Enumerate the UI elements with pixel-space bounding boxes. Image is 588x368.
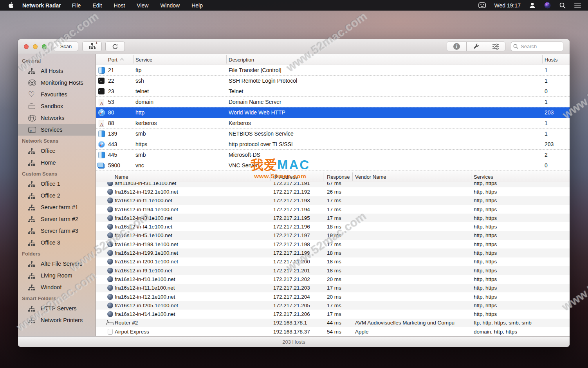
hosts-table-row[interactable]: Airpot Express 192.168.178.37 54 ms Appl… <box>96 327 570 336</box>
hosts-table-row[interactable]: fra16s12-in-f12.1e100.net 172.217.21.204… <box>96 292 570 301</box>
sidebar-item[interactable]: Office 2 <box>18 190 96 201</box>
hosts-table-row[interactable]: fra16s12-in-f4.1e100.net 172.217.21.196 … <box>96 222 570 231</box>
filter-button[interactable] <box>486 42 505 51</box>
column-header-description[interactable]: Description <box>229 54 254 65</box>
column-header-port[interactable]: Port <box>108 54 123 65</box>
hosts-table-row[interactable]: fra16s12-in-f9.1e100.net 172.217.21.201 … <box>96 266 570 275</box>
ports-table-row[interactable]: 139 smb NETBIOS Session Service 1 <box>96 129 570 139</box>
sidebar-item[interactable]: Alte File Servers <box>18 258 96 270</box>
add-network-scan-button[interactable]: + <box>82 42 102 51</box>
menu-item[interactable]: Window <box>160 2 180 9</box>
sidebar-item[interactable]: Server farm #2 <box>18 213 96 225</box>
column-header-services[interactable]: Services <box>474 171 493 182</box>
hosts-table-row[interactable]: fra16s12-in-f205.1e100.net 172.217.21.20… <box>96 301 570 310</box>
siri-icon[interactable] <box>544 2 551 9</box>
apple-menu-icon[interactable] <box>8 2 14 9</box>
sidebar-section-general: All HostsMonitoring HostsFavouritesSandb… <box>18 65 96 136</box>
sidebar-item[interactable]: Server farm #1 <box>18 201 96 213</box>
ports-table-row[interactable]: 80 http World Wide Web HTTP 203 <box>96 107 570 118</box>
hosts-table-row[interactable]: fra16s12-in-f3.1e100.net 172.217.21.195 … <box>96 214 570 222</box>
close-button[interactable] <box>24 44 29 49</box>
ports-table-row[interactable]: 21 ftp File Transfer [Control] 1 <box>96 65 570 76</box>
globe-icon <box>107 259 113 265</box>
ports-table-row[interactable]: 443 https http protocol over TLS/SSL 203 <box>96 139 570 150</box>
minimize-button[interactable] <box>33 44 38 49</box>
ports-table-header: Port Service Description Hosts <box>96 54 570 65</box>
hosts-table-row[interactable]: fra16s12-in-f198.1e100.net 172.217.21.19… <box>96 240 570 248</box>
search-input[interactable] <box>511 42 563 51</box>
globe-icon <box>107 224 113 230</box>
notification-center-icon[interactable] <box>574 3 581 8</box>
sidebar-item[interactable]: Office 1 <box>18 178 96 190</box>
sidebar-item[interactable]: Networks <box>18 112 96 124</box>
ports-table-row[interactable]: 22 ssh SSH Remote Login Protocol 1 <box>96 76 570 86</box>
menu-app-name[interactable]: Network Radar <box>22 2 61 9</box>
hosts-table-row[interactable]: fra16s12-in-f199.1e100.net 172.217.21.19… <box>96 248 570 257</box>
doc-icon <box>99 99 104 105</box>
globe-icon <box>107 198 113 203</box>
globe-icon <box>107 294 113 300</box>
spotlight-search-icon[interactable] <box>559 2 566 9</box>
hosts-table-row[interactable]: fra16s12-in-f1.1e100.net 172.217.21.193 … <box>96 196 570 205</box>
hosts-table: arn11s03-in-f31.1e100.net 172.217.21.191… <box>96 179 570 336</box>
sidebar-item[interactable]: Sandbox <box>18 100 96 112</box>
sidebar-section-smart-folders: HTTP ServersNetwork Printers <box>18 303 96 326</box>
column-header-name[interactable]: Name <box>115 171 128 182</box>
hosts-table-row[interactable]: fra16s12-in-f192.1e100.net 172.217.21.19… <box>96 187 570 196</box>
toolbar-segmented-control: i <box>447 42 505 51</box>
screen-share-icon[interactable] <box>478 2 486 8</box>
screens-icon <box>98 164 105 169</box>
hosts-table-row[interactable]: fra16s12-in-f200.1e100.net 172.217.21.20… <box>96 257 570 266</box>
ports-table-row[interactable]: 5900 vnc VNC Server 0 <box>96 160 570 171</box>
sidebar-item[interactable]: Living Room <box>18 270 96 281</box>
user-icon[interactable] <box>529 2 536 8</box>
column-header-service[interactable]: Service <box>135 54 152 65</box>
hosts-table-row[interactable]: Router #2 192.168.178.1 44 ms AVM Audiov… <box>96 319 570 327</box>
ports-table-row[interactable]: 445 smb Microsoft-DS 2 <box>96 150 570 160</box>
hosts-table-row[interactable]: fra16s12-in-f5.1e100.net 172.217.21.197 … <box>96 231 570 240</box>
ports-table-row[interactable]: 53 domain Domain Name Server 1 <box>96 97 570 107</box>
wrench-icon <box>473 43 480 50</box>
zoom-button[interactable] <box>42 44 47 49</box>
menu-item[interactable]: Host <box>114 2 125 9</box>
tools-button[interactable] <box>466 42 486 51</box>
sidebar-item[interactable]: HTTP Servers <box>18 303 96 314</box>
heart-icon <box>28 91 36 98</box>
scan-icon <box>28 160 36 166</box>
globe-icon <box>107 215 113 221</box>
search-icon <box>513 44 518 49</box>
rescan-button[interactable] <box>105 42 125 51</box>
globe-icon <box>107 207 113 212</box>
menu-items: FileEditHostViewWindowHelp <box>72 2 215 9</box>
sidebar-section-title: Smart Folders <box>18 293 96 303</box>
sidebar-item[interactable]: Services <box>18 124 96 136</box>
hosts-table-row[interactable]: fra16s12-in-f11.1e100.net 172.217.21.203… <box>96 284 570 292</box>
ports-table-row[interactable]: 23 telnet Telnet 0 <box>96 86 570 97</box>
sidebar-item[interactable]: Favourites <box>18 89 96 100</box>
sidebar-item[interactable]: Office 3 <box>18 237 96 248</box>
column-header-vendor[interactable]: Vendor Name <box>355 171 386 182</box>
menu-item[interactable]: File <box>72 2 81 9</box>
menu-item[interactable]: View <box>137 2 148 9</box>
airport-icon <box>108 329 113 335</box>
menu-item[interactable]: Edit <box>92 2 102 9</box>
info-button[interactable]: i <box>447 42 466 51</box>
sidebar-item[interactable]: Server farm #3 <box>18 225 96 237</box>
ports-table-row[interactable]: 88 kerberos Kerberos 1 <box>96 118 570 129</box>
column-header-hosts[interactable]: Hosts <box>545 54 557 65</box>
scan-button[interactable]: Scan <box>54 42 78 51</box>
menu-clock[interactable]: Wed 19:17 <box>494 2 521 9</box>
sidebar-item[interactable]: Monitoring Hosts <box>18 77 96 89</box>
sidebar-section-folders: Alte File ServersLiving RoomWindoof <box>18 258 96 293</box>
hosts-table-row[interactable]: fra16s12-in-f10.1e100.net 172.217.21.202… <box>96 275 570 283</box>
column-header-response[interactable]: Response <box>327 171 350 182</box>
hosts-table-row[interactable]: fra16s12-in-f14.1e100.net 172.217.21.206… <box>96 310 570 318</box>
sidebar-item[interactable]: Network Printers <box>18 314 96 326</box>
sidebar-item[interactable]: Windoof <box>18 281 96 293</box>
sidebar-item[interactable]: Office <box>18 145 96 157</box>
sidebar-item[interactable]: Home <box>18 157 96 169</box>
hosts-table-row[interactable]: fra16s12-in-f194.1e100.net 172.217.21.19… <box>96 205 570 214</box>
menu-item[interactable]: Help <box>191 2 203 9</box>
globe-icon <box>107 232 113 238</box>
sidebar-item[interactable]: All Hosts <box>18 65 96 77</box>
